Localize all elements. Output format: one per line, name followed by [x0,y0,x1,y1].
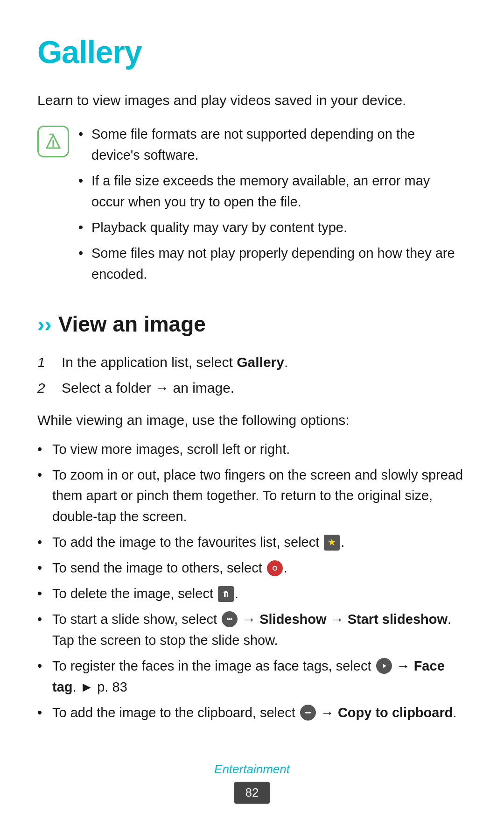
option-7: To register the faces in the image as fa… [37,656,467,698]
svg-rect-6 [224,592,228,593]
svg-point-18 [305,712,307,714]
menu-icon-1 [222,611,238,627]
svg-point-14 [231,618,232,620]
step-2-num: 2 [37,377,54,398]
notice-item-3: Playback quality may vary by content typ… [78,217,467,238]
share-icon [267,560,283,576]
svg-point-12 [227,618,229,620]
notice-item-1: Some file formats are not supported depe… [78,124,467,166]
page-title: Gallery [37,28,467,76]
step-1: 1 In the application list, select Galler… [37,352,467,373]
chevron-right-icon: ›› [37,308,52,340]
menu-icon-2 [300,705,316,721]
svg-point-1 [52,145,54,147]
intro-text: Learn to view images and play videos sav… [37,90,467,111]
option-6: To start a slide show, select → Slidesho… [37,609,467,651]
section-title-view-image: ›› View an image [37,308,467,340]
option-8: To add the image to the clipboard, selec… [37,702,467,723]
footer-page-number: 82 [234,782,270,804]
play-icon [376,658,392,674]
svg-rect-8 [224,593,225,597]
svg-rect-9 [225,593,226,597]
svg-point-20 [309,712,311,714]
option-2: To zoom in or out, place two fingers on … [37,465,467,528]
svg-point-4 [273,567,276,570]
notice-list: Some file formats are not supported depe… [78,124,467,290]
delete-icon [218,586,234,602]
svg-rect-7 [224,591,227,592]
step-1-text: In the application list, select Gallery. [62,352,288,373]
notice-icon [37,126,69,157]
step-1-num: 1 [37,352,54,373]
option-3: To add the image to the favourites list,… [37,532,467,553]
star-icon: ★ [324,535,340,551]
step-2-text: Select a folder → an image. [62,377,234,398]
svg-rect-10 [227,593,228,597]
notice-item-4: Some files may not play properly dependi… [78,243,467,285]
svg-point-19 [307,712,309,714]
viewing-options-intro: While viewing an image, use the followin… [37,410,467,431]
option-4: To send the image to others, select . [37,558,467,579]
svg-point-13 [229,618,231,620]
footer: Entertainment 82 [0,760,504,804]
step-2: 2 Select a folder → an image. [37,377,467,398]
steps-container: 1 In the application list, select Galler… [37,352,467,398]
options-list: To view more images, scroll left or righ… [37,439,467,723]
notice-item-2: If a file size exceeds the memory availa… [78,170,467,212]
footer-label: Entertainment [0,760,504,778]
option-1: To view more images, scroll left or righ… [37,439,467,460]
notice-box: Some file formats are not supported depe… [37,124,467,290]
option-5: To delete the image, select . [37,583,467,604]
